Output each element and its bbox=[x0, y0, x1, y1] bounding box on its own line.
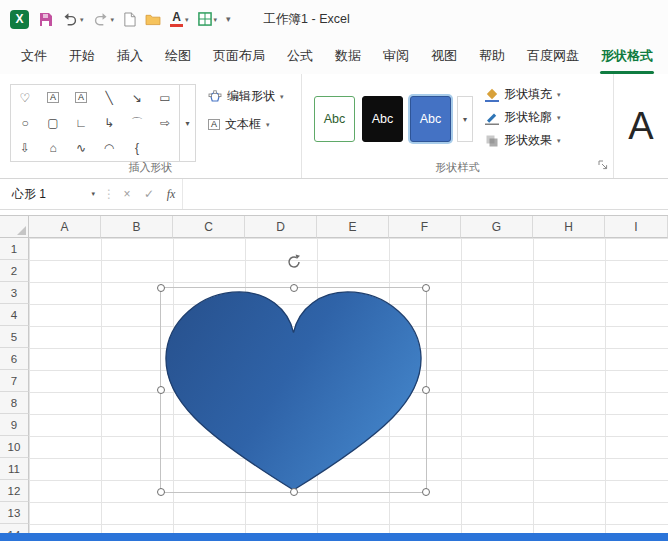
shape-gallery-item-rectangle-icon[interactable]: ▭ bbox=[159, 92, 170, 104]
row-header-12[interactable]: 12 bbox=[0, 480, 29, 502]
column-header-e[interactable]: E bbox=[317, 216, 389, 238]
undo-button[interactable]: ▾ bbox=[62, 12, 84, 26]
resize-handle-middle-right[interactable] bbox=[422, 386, 430, 394]
row-header-11[interactable]: 11 bbox=[0, 458, 29, 480]
font-color-icon: A bbox=[170, 11, 183, 27]
row-header-9[interactable]: 9 bbox=[0, 414, 29, 436]
shape-styles-more-button[interactable]: ▾ bbox=[457, 96, 473, 142]
text-box-button[interactable]: A 文本框 ▾ bbox=[208, 116, 284, 133]
shape-gallery-item-line-arrow-icon[interactable]: ↘ bbox=[132, 92, 142, 104]
tab-shape-format[interactable]: 形状格式 bbox=[590, 38, 664, 74]
shape-styles-dialog-launcher[interactable] bbox=[598, 159, 608, 173]
shape-effects-button[interactable]: 形状效果 ▾ bbox=[485, 132, 561, 149]
resize-handle-bottom-middle[interactable] bbox=[290, 488, 298, 496]
heart-shape[interactable] bbox=[161, 288, 426, 492]
resize-handle-top-left[interactable] bbox=[157, 284, 165, 292]
shape-gallery-item-line-icon[interactable]: ╲ bbox=[105, 92, 112, 104]
row-header-5[interactable]: 5 bbox=[0, 326, 29, 348]
quick-access-more-button[interactable]: ▾ bbox=[226, 15, 231, 24]
column-header-h[interactable]: H bbox=[533, 216, 605, 238]
tab-review[interactable]: 审阅 bbox=[372, 38, 420, 74]
shape-gallery-item-text-box-icon[interactable]: A bbox=[47, 92, 59, 103]
name-box[interactable]: 心形 1 ▾ bbox=[0, 179, 102, 209]
row-header-13[interactable]: 13 bbox=[0, 502, 29, 524]
shape-fill-button[interactable]: 形状填充 ▾ bbox=[485, 86, 561, 103]
chevron-down-icon[interactable]: ▾ bbox=[111, 16, 115, 23]
column-header-b[interactable]: B bbox=[101, 216, 173, 238]
cancel-button[interactable]: × bbox=[116, 179, 138, 209]
tab-insert[interactable]: 插入 bbox=[106, 38, 154, 74]
formula-input[interactable] bbox=[182, 179, 668, 209]
shape-gallery-item-oval-icon[interactable]: ○ bbox=[21, 117, 28, 129]
row-header-7[interactable]: 7 bbox=[0, 370, 29, 392]
edit-shape-button[interactable]: 编辑形状 ▾ bbox=[208, 88, 284, 105]
wordart-style-preview[interactable]: A bbox=[628, 107, 653, 145]
resize-handle-bottom-left[interactable] bbox=[157, 488, 165, 496]
tab-help[interactable]: 帮助 bbox=[468, 38, 516, 74]
row-header-1[interactable]: 1 bbox=[0, 238, 29, 260]
chevron-down-icon[interactable]: ▾ bbox=[80, 16, 84, 23]
shape-gallery-item-curved-connector-icon[interactable]: ⌒ bbox=[131, 117, 143, 129]
shape-style-preset-green-outline[interactable]: Abc bbox=[314, 96, 355, 142]
new-file-button[interactable] bbox=[123, 12, 136, 27]
tab-baidu-netdisk[interactable]: 百度网盘 bbox=[516, 38, 590, 74]
column-header-d[interactable]: D bbox=[245, 216, 317, 238]
shape-outline-button[interactable]: 形状轮廓 ▾ bbox=[485, 109, 561, 126]
row-header-3[interactable]: 3 bbox=[0, 282, 29, 304]
shape-gallery-more-button[interactable]: ▾ bbox=[180, 84, 196, 162]
tab-data[interactable]: 数据 bbox=[324, 38, 372, 74]
save-button[interactable] bbox=[38, 12, 53, 27]
tab-draw[interactable]: 绘图 bbox=[154, 38, 202, 74]
tab-file[interactable]: 文件 bbox=[10, 38, 58, 74]
shape-styles-group-label: 形状样式 bbox=[302, 160, 613, 175]
shape-gallery-item-elbow-arrow-connector-icon[interactable]: ↳ bbox=[104, 117, 114, 129]
resize-handle-middle-left[interactable] bbox=[157, 386, 165, 394]
font-color-button[interactable]: A ▾ bbox=[170, 11, 189, 27]
tab-view[interactable]: 视图 bbox=[420, 38, 468, 74]
tab-home[interactable]: 开始 bbox=[58, 38, 106, 74]
shape-gallery-item-rounded-rectangle-icon[interactable]: ▢ bbox=[47, 117, 58, 129]
chevron-down-icon[interactable]: ▾ bbox=[214, 16, 218, 23]
shape-gallery-item-heart-icon[interactable]: ♡ bbox=[20, 92, 31, 104]
redo-button[interactable]: ▾ bbox=[93, 12, 115, 26]
shape-gallery-item-scribble-icon[interactable]: ∿ bbox=[76, 142, 86, 154]
row-header-8[interactable]: 8 bbox=[0, 392, 29, 414]
resize-handle-bottom-right[interactable] bbox=[422, 488, 430, 496]
resize-handle-top-middle[interactable] bbox=[290, 284, 298, 292]
tab-page-layout[interactable]: 页面布局 bbox=[202, 38, 276, 74]
shape-gallery-item-elbow-connector-icon[interactable]: ∟ bbox=[75, 117, 87, 129]
row-header-4[interactable]: 4 bbox=[0, 304, 29, 326]
column-header-g[interactable]: G bbox=[461, 216, 533, 238]
shape-style-preset-blue-fill-selected[interactable]: Abc bbox=[410, 96, 451, 142]
column-header-f[interactable]: F bbox=[389, 216, 461, 238]
shape-effects-label: 形状效果 bbox=[504, 132, 552, 149]
column-header-c[interactable]: C bbox=[173, 216, 245, 238]
ribbon-tab-bar: 文件 开始 插入 绘图 页面布局 公式 数据 审阅 视图 帮助 百度网盘 形状格… bbox=[0, 38, 668, 74]
open-file-button[interactable] bbox=[145, 13, 161, 26]
row-header-10[interactable]: 10 bbox=[0, 436, 29, 458]
shape-gallery-item-arc-icon[interactable]: ◠ bbox=[104, 142, 114, 154]
shape-gallery-item-right-arrow-icon[interactable]: ⇨ bbox=[160, 117, 170, 129]
formula-bar-splitter[interactable]: ⋮ bbox=[102, 179, 116, 209]
row-header-6[interactable]: 6 bbox=[0, 348, 29, 370]
undo-icon bbox=[62, 12, 78, 26]
excel-logo-icon: X bbox=[10, 10, 29, 29]
borders-button[interactable]: ▾ bbox=[198, 12, 218, 26]
rotation-handle[interactable] bbox=[286, 254, 302, 270]
chevron-down-icon[interactable]: ▾ bbox=[185, 16, 189, 23]
shape-gallery-item-pentagon-icon[interactable]: ⌂ bbox=[49, 142, 56, 154]
shape-gallery-item-vertical-text-box-icon[interactable]: A bbox=[75, 92, 87, 103]
column-header-i[interactable]: I bbox=[605, 216, 668, 238]
enter-button[interactable]: ✓ bbox=[138, 179, 160, 209]
name-box-dropdown-icon[interactable]: ▾ bbox=[91, 190, 102, 198]
select-all-button[interactable] bbox=[0, 216, 29, 238]
resize-handle-top-right[interactable] bbox=[422, 284, 430, 292]
text-box-label: 文本框 bbox=[225, 116, 261, 133]
row-header-2[interactable]: 2 bbox=[0, 260, 29, 282]
shape-style-preset-black-fill[interactable]: Abc bbox=[362, 96, 403, 142]
tab-formulas[interactable]: 公式 bbox=[276, 38, 324, 74]
column-header-a[interactable]: A bbox=[29, 216, 101, 238]
shape-gallery-item-left-brace-icon[interactable]: { bbox=[135, 142, 139, 154]
insert-function-button[interactable]: fx bbox=[160, 179, 182, 209]
shape-gallery-item-down-arrow-icon[interactable]: ⇩ bbox=[20, 142, 30, 154]
